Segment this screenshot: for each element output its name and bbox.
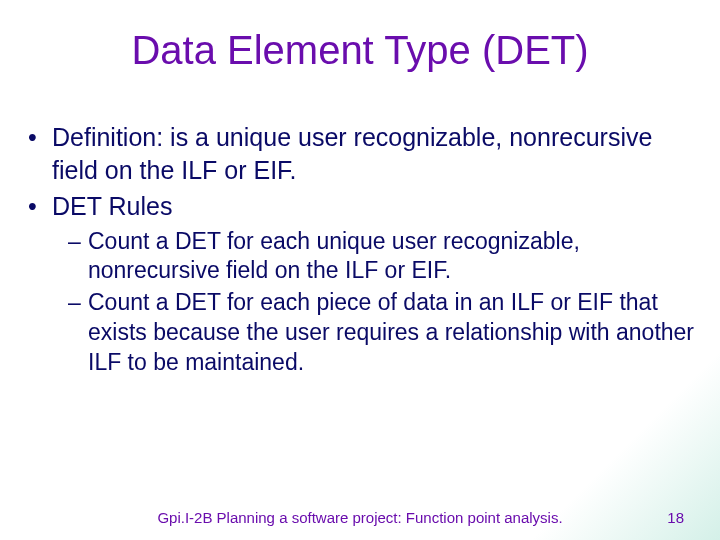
sub-bullet-item: – Count a DET for each unique user recog… — [68, 227, 700, 287]
bullet-marker: • — [28, 121, 52, 186]
slide: Data Element Type (DET) • Definition: is… — [0, 0, 720, 540]
bullet-marker: • — [28, 190, 52, 223]
bullet-marker: – — [68, 227, 88, 287]
bullet-text: DET Rules — [52, 190, 700, 223]
bullet-text: Definition: is a unique user recognizabl… — [52, 121, 700, 186]
page-number: 18 — [667, 509, 684, 526]
sub-bullet-item: – Count a DET for each piece of data in … — [68, 288, 700, 378]
slide-title: Data Element Type (DET) — [20, 28, 700, 73]
bullet-text: Count a DET for each piece of data in an… — [88, 288, 700, 378]
footer-text: Gpi.I-2B Planning a software project: Fu… — [157, 509, 562, 526]
bullet-marker: – — [68, 288, 88, 378]
bullet-text: Count a DET for each unique user recogni… — [88, 227, 700, 287]
slide-content: • Definition: is a unique user recogniza… — [20, 121, 700, 378]
slide-footer: Gpi.I-2B Planning a software project: Fu… — [0, 509, 720, 526]
bullet-item: • DET Rules — [28, 190, 700, 223]
bullet-item: • Definition: is a unique user recogniza… — [28, 121, 700, 186]
